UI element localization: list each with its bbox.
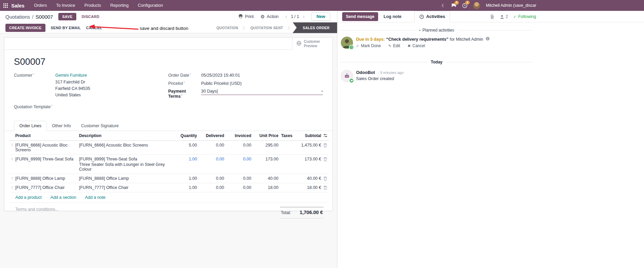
add-a-section-link[interactable]: Add a section xyxy=(51,195,76,200)
drag-handle-icon[interactable]: ⠿ xyxy=(9,183,15,189)
taxes-cell[interactable] xyxy=(278,183,293,187)
activity-clock-icon[interactable]: 2 xyxy=(462,3,467,8)
delivered-cell[interactable]: 0.00 xyxy=(197,155,224,164)
cancel-activity-button[interactable]: ✖ Cancel xyxy=(408,43,425,48)
messages-icon[interactable]: 4 xyxy=(451,3,456,8)
product-cell[interactable]: [FURN_8888] Office Lamp xyxy=(15,174,79,183)
tab-customer-signature[interactable]: Customer Signature xyxy=(76,121,124,131)
menu-configuration[interactable]: Configuration xyxy=(138,3,163,8)
status-step-quotation[interactable]: QUOTATION xyxy=(211,22,243,33)
attach-files-button[interactable] xyxy=(490,14,494,19)
taxes-cell[interactable] xyxy=(278,141,293,145)
optional-columns-icon[interactable] xyxy=(321,133,329,138)
unit-price-cell[interactable]: 40.00 xyxy=(251,174,278,183)
col-delivered: Delivered xyxy=(197,133,224,138)
log-note-button[interactable]: Log note xyxy=(384,14,402,19)
description-cell[interactable]: [FURN_7777] Office Chair xyxy=(79,183,170,192)
add-a-note-link[interactable]: Add a note xyxy=(85,195,105,200)
delivered-cell[interactable]: 0.00 xyxy=(197,183,224,192)
drag-handle-icon[interactable]: ⠿ xyxy=(9,141,15,147)
info-icon[interactable] xyxy=(486,37,490,41)
tab-other-info[interactable]: Other Info xyxy=(47,121,76,131)
menu-orders[interactable]: Orders xyxy=(34,3,47,8)
chatter-panel: Send message Log note Activities 2 ✓ xyxy=(337,11,644,268)
menu-to-invoice[interactable]: To Invoice xyxy=(56,3,75,8)
delivered-cell[interactable]: 0.00 xyxy=(197,141,224,150)
table-footer-links: Add a product Add a section Add a note xyxy=(9,192,329,203)
gear-icon: ⚙ xyxy=(260,14,265,19)
save-button[interactable]: SAVE xyxy=(58,13,76,20)
sheet-footer: Terms and conditions... Total: 1,706.00 … xyxy=(4,203,332,218)
description-cell[interactable]: [FURN_8999] Three-Seat Sofa Three Seater… xyxy=(79,155,170,174)
print-button[interactable]: Print xyxy=(238,14,254,19)
unit-price-cell[interactable]: 18.00 xyxy=(251,183,278,192)
quantity-cell[interactable]: 5.00 xyxy=(170,141,197,150)
pager-next-icon[interactable]: › xyxy=(303,14,305,19)
unit-price-cell[interactable]: 173.00 xyxy=(251,155,278,164)
drag-handle-icon[interactable]: ⠿ xyxy=(9,155,15,161)
description-cell[interactable]: [FURN_8888] Office Lamp xyxy=(79,174,170,183)
pager-previous-icon[interactable]: ‹ xyxy=(285,14,287,19)
activities-tab[interactable]: Activities xyxy=(414,11,450,22)
customer-link[interactable]: Gemini Furniture xyxy=(55,73,87,78)
planned-activities-header[interactable]: ▾ Planned activities xyxy=(341,28,532,33)
status-step-quotation-sent[interactable]: QUOTATION SENT xyxy=(245,22,289,33)
user-avatar[interactable] xyxy=(473,2,480,9)
menu-reporting[interactable]: Reporting xyxy=(110,3,129,8)
breadcrumb-separator: / xyxy=(32,14,34,20)
quantity-cell[interactable]: 1.00 xyxy=(170,174,197,183)
invoiced-cell[interactable]: 0.00 xyxy=(224,155,251,164)
payment-terms-field[interactable]: 30 Days ▾ xyxy=(201,89,323,95)
pricelist-field[interactable]: Public Pricelist (USD) xyxy=(201,81,241,86)
edit-activity-button[interactable]: ✎ Edit xyxy=(388,43,400,48)
delete-line-button[interactable] xyxy=(321,141,329,148)
app-brand[interactable]: Sales xyxy=(11,3,24,8)
customer-preview-label: Customer Preview xyxy=(304,39,324,48)
taxes-cell[interactable] xyxy=(278,155,293,159)
user-name[interactable]: Mitchell Admin (save_discar xyxy=(486,3,536,8)
taxes-cell[interactable] xyxy=(278,174,293,178)
drag-handle-icon[interactable]: ⠿ xyxy=(9,174,15,180)
action-button[interactable]: ⚙ Action xyxy=(260,14,278,19)
status-step-sales-order[interactable]: SALES ORDER xyxy=(293,22,337,33)
apps-menu-icon[interactable] xyxy=(3,3,8,8)
dark-mode-icon[interactable]: ☾ xyxy=(442,3,446,8)
order-date-field[interactable]: 05/25/2023 15:40:01 xyxy=(201,73,240,78)
invoiced-cell[interactable]: 0.00 xyxy=(224,183,251,192)
menu-products[interactable]: Products xyxy=(84,3,101,8)
following-button[interactable]: ✓ Following xyxy=(513,14,536,19)
add-a-product-link[interactable]: Add a product xyxy=(15,195,42,200)
delete-line-button[interactable] xyxy=(321,174,329,181)
product-cell[interactable]: [FURN_6666] Acoustic Bloc Screens xyxy=(15,141,79,154)
followers-icon xyxy=(500,15,504,19)
product-cell[interactable]: [FURN_7777] Office Chair xyxy=(15,183,79,192)
create-invoice-button[interactable]: CREATE INVOICE xyxy=(5,24,45,32)
discard-button[interactable]: DISCARD xyxy=(79,13,102,20)
terms-and-conditions-field[interactable]: Terms and conditions... xyxy=(15,207,59,212)
invoiced-cell[interactable]: 0.00 xyxy=(224,174,251,183)
pencil-icon: ✎ xyxy=(388,44,391,48)
delete-line-button[interactable] xyxy=(321,155,329,161)
send-message-button[interactable]: Send message xyxy=(342,12,378,21)
description-cell[interactable]: [FURN_6666] Acoustic Bloc Screens xyxy=(79,141,170,150)
chatter-tools: 2 ✓ Following xyxy=(490,11,536,22)
customer-label: Customer? xyxy=(14,73,55,78)
product-cell[interactable]: [FURN_8999] Three-Seat Sofa xyxy=(15,155,79,164)
unit-price-cell[interactable]: 295.00 xyxy=(251,141,278,150)
planned-activities-label: Planned activities xyxy=(423,28,454,33)
mark-done-button[interactable]: ✓ Mark Done xyxy=(356,43,381,48)
order-title[interactable]: S00007 xyxy=(14,57,332,67)
delete-line-button[interactable] xyxy=(321,183,329,190)
followers-button[interactable]: 2 xyxy=(500,14,508,19)
quantity-cell[interactable]: 1.00 xyxy=(170,155,197,164)
odoo-sales-app: Sales Orders To Invoice Products Reporti… xyxy=(0,0,644,268)
invoiced-cell[interactable]: 0.00 xyxy=(224,141,251,150)
quantity-cell[interactable]: 1.00 xyxy=(170,183,197,192)
breadcrumb-quotations-link[interactable]: Quotations xyxy=(5,14,30,20)
tab-order-lines[interactable]: Order Lines xyxy=(14,121,47,131)
send-by-email-button[interactable]: SEND BY EMAIL xyxy=(51,26,81,30)
delivered-cell[interactable]: 0.00 xyxy=(197,174,224,183)
new-button[interactable]: New xyxy=(311,13,330,21)
customer-preview-button[interactable]: Customer Preview xyxy=(292,38,332,50)
messages-badge: 4 xyxy=(454,1,459,5)
